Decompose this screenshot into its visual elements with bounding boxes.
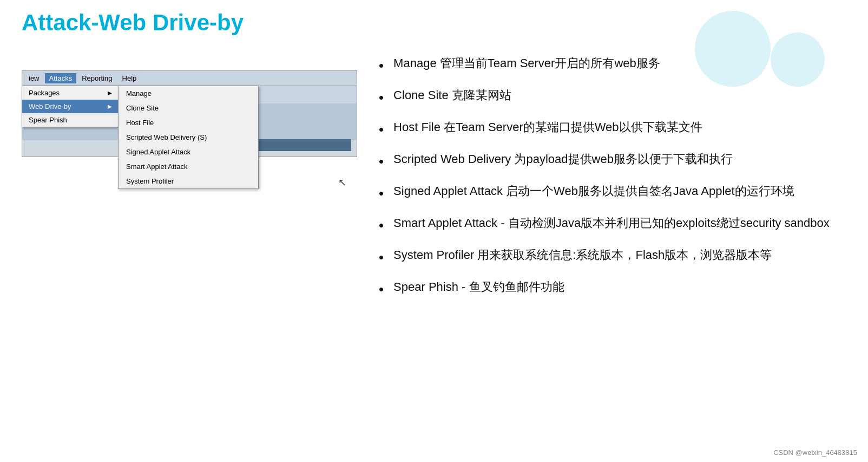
submenu-clone-site[interactable]: Clone Site [119, 101, 258, 115]
bullet-text-7: System Profiler 用来获取系统信息:系统版本，Flash版本，浏览… [393, 246, 772, 264]
dropdown-item-packages[interactable]: Packages ▶ [22, 86, 119, 100]
bullet-text-4: Scripted Web Delivery 为payload提供web服务以便于… [393, 150, 733, 168]
submenu-host-file[interactable]: Host File [119, 115, 258, 130]
bullet-hostfile: • Host File 在Team Server的某端口提供Web以供下载某文件 [379, 118, 846, 140]
bullet-dot-3: • [379, 119, 384, 140]
packages-arrow: ▶ [108, 90, 112, 96]
bullet-dot-6: • [379, 215, 384, 236]
packages-label: Packages [29, 89, 60, 97]
content-area: • Manage 管理当前Team Server开启的所有web服务 • Clo… [379, 54, 846, 446]
bullet-text-1: Manage 管理当前Team Server开启的所有web服务 [393, 54, 660, 72]
bullet-text-3: Host File 在Team Server的某端口提供Web以供下载某文件 [393, 118, 702, 136]
spearphish-label: Spear Phish [29, 116, 67, 124]
dropdown-item-webdriveby[interactable]: Web Drive-by ▶ [22, 100, 119, 113]
bullet-scripted: • Scripted Web Delivery 为payload提供web服务以… [379, 150, 846, 172]
bullet-dot-4: • [379, 151, 384, 172]
submenu-system-profiler[interactable]: System Profiler [119, 174, 258, 188]
watermark: CSDN @weixin_46483815 [773, 448, 857, 457]
attacks-dropdown: Packages ▶ Web Drive-by ▶ Spear Phish [22, 86, 119, 127]
webdriveby-arrow: ▶ [108, 103, 112, 109]
bullet-text-6: Smart Applet Attack - 自动检测Java版本并利用已知的ex… [393, 214, 830, 232]
menu-item-view[interactable]: iew [24, 73, 44, 83]
bullet-dot-7: • [379, 247, 384, 268]
submenu-smart-applet[interactable]: Smart Applet Attack [119, 159, 258, 174]
app-menubar: iew Attacks Reporting Help [22, 71, 357, 86]
bullet-text-8: Spear Phish - 鱼叉钓鱼邮件功能 [393, 278, 564, 296]
menu-item-reporting[interactable]: Reporting [77, 73, 116, 83]
bullet-dot-2: • [379, 87, 384, 108]
webdriveby-label: Web Drive-by [29, 102, 71, 110]
bullet-clone: • Clone Site 克隆某网站 [379, 86, 846, 108]
bullet-profiler: • System Profiler 用来获取系统信息:系统版本，Flash版本，… [379, 246, 846, 268]
bullet-list: • Manage 管理当前Team Server开启的所有web服务 • Clo… [379, 54, 846, 300]
screenshot-area: iew Attacks Reporting Help ≡ ☰ 🖼 ⚙ ☕ 📄 ▶… [22, 70, 368, 330]
bullet-dot-8: • [379, 279, 384, 300]
submenu-signed-applet[interactable]: Signed Applet Attack [119, 145, 258, 159]
mouse-cursor: ↖ [338, 177, 346, 188]
page-title: Attack-Web Drive-by [22, 10, 244, 36]
webdriveby-submenu: Manage Clone Site Host File Scripted Web… [118, 86, 259, 189]
menu-item-help[interactable]: Help [118, 73, 141, 83]
bullet-text-2: Clone Site 克隆某网站 [393, 86, 511, 104]
submenu-manage[interactable]: Manage [119, 86, 258, 101]
bullet-text-5: Signed Applet Attack 启动一个Web服务以提供自签名Java… [393, 182, 794, 200]
bullet-signed: • Signed Applet Attack 启动一个Web服务以提供自签名Ja… [379, 182, 846, 204]
bullet-dot-5: • [379, 183, 384, 204]
dropdown-item-spearphish[interactable]: Spear Phish [22, 113, 119, 127]
bullet-manage: • Manage 管理当前Team Server开启的所有web服务 [379, 54, 846, 76]
submenu-scripted-delivery[interactable]: Scripted Web Delivery (S) [119, 130, 258, 145]
bullet-dot-1: • [379, 55, 384, 76]
bullet-smart: • Smart Applet Attack - 自动检测Java版本并利用已知的… [379, 214, 846, 236]
bullet-spearphish: • Spear Phish - 鱼叉钓鱼邮件功能 [379, 278, 846, 300]
menu-item-attacks[interactable]: Attacks [45, 73, 77, 83]
